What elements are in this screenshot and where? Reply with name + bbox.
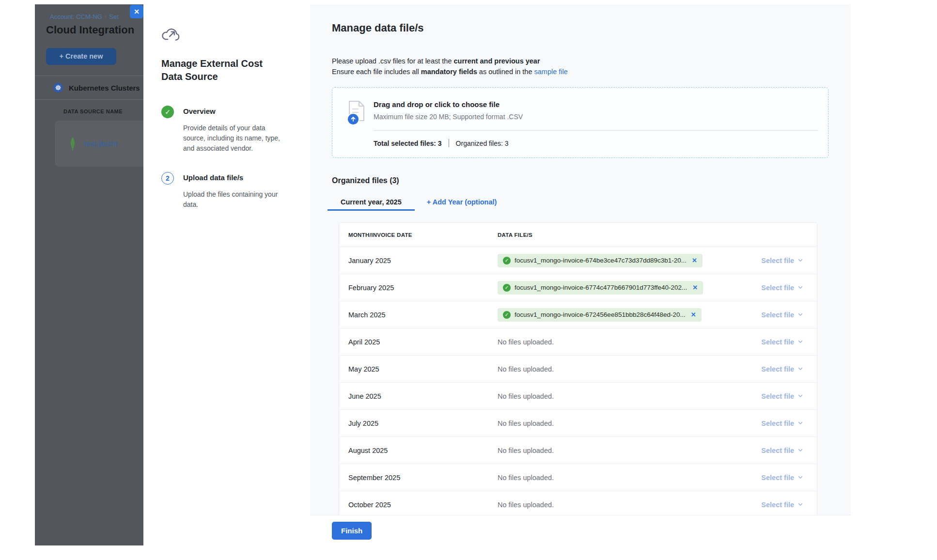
select-file-dropdown[interactable]: Select file (761, 392, 803, 400)
no-files-text: No files uploaded. (498, 420, 554, 427)
stepper-panel: Manage External Cost Data Source ✓ Overv… (143, 4, 310, 545)
stats-divider (449, 139, 449, 147)
uploaded-file-chip: ✓focusv1_mongo-invoice-674be3ce47c73d37d… (498, 254, 703, 267)
instruction-text: Please upload .csv files for at least th… (332, 57, 453, 65)
drawer-title: Manage External Cost Data Source (161, 57, 275, 83)
select-file-dropdown[interactable]: Select file (761, 501, 803, 509)
main-title: Manage data file/s (332, 21, 828, 35)
select-file-label: Select file (761, 338, 794, 346)
breadcrumb-next[interactable]: Set (109, 13, 119, 20)
month-cell: June 2025 (348, 392, 498, 400)
step-complete-check-icon: ✓ (161, 106, 174, 118)
file-cell: No files uploaded. (498, 473, 740, 482)
month-cell: July 2025 (348, 420, 498, 427)
instruction-line-2: Ensure each file includes all mandatory … (332, 66, 828, 77)
file-cell: ✓focusv1_mongo-invoice-674be3ce47c73d37d… (498, 254, 740, 267)
data-source-column-header: DATA SOURCE NAME (63, 109, 143, 114)
total-selected-files: Total selected files: 3 (374, 140, 442, 147)
step-overview-description: Provide details of your data source, inc… (183, 123, 289, 154)
breadcrumb[interactable]: Account: CCM-NG›Set (35, 4, 143, 20)
step-upload-data-files[interactable]: 2 Upload data file/s Upload the files co… (161, 172, 296, 210)
dropzone-stats: Total selected files: 3 Organized files:… (374, 139, 509, 147)
file-cell: No files uploaded. (498, 392, 740, 401)
no-files-text: No files uploaded. (498, 392, 554, 400)
app-window: Account: CCM-NG›Set Cloud Integration + … (35, 4, 851, 545)
uploaded-file-chip: ✓focusv1_mongo-invoice-6774c477b667901d7… (498, 281, 703, 295)
file-valid-check-icon: ✓ (503, 311, 511, 319)
select-file-label: Select file (761, 420, 794, 427)
drawer-footer: Finish (310, 515, 851, 545)
tab-current-year[interactable]: Current year, 2025 (328, 194, 415, 211)
remove-file-icon[interactable]: ✕ (691, 311, 696, 318)
select-file-label: Select file (761, 284, 794, 292)
table-row: March 2025✓focusv1_mongo-invoice-672456e… (339, 301, 817, 328)
select-file-dropdown[interactable]: Select file (761, 420, 803, 427)
table-row: October 2025No files uploaded.Select fil… (339, 491, 817, 515)
no-files-text: No files uploaded. (498, 447, 554, 454)
select-file-label: Select file (761, 447, 794, 454)
chevron-down-icon (797, 257, 803, 264)
chevron-down-icon (797, 501, 803, 509)
select-file-dropdown[interactable]: Select file (761, 257, 803, 264)
chevron-down-icon (797, 365, 803, 373)
year-tabs: Current year, 2025 + Add Year (optional) (328, 194, 828, 211)
breadcrumb-account[interactable]: Account: CCM-NG (50, 13, 102, 20)
close-drawer-button[interactable]: ✕ (130, 5, 143, 18)
select-file-dropdown[interactable]: Select file (761, 365, 803, 373)
sample-file-link[interactable]: sample file (534, 68, 568, 76)
select-file-dropdown[interactable]: Select file (761, 474, 803, 482)
main-scroll-area[interactable]: Manage data file/s Please upload .csv fi… (310, 4, 851, 515)
instruction-bold: current and previous year (453, 57, 540, 65)
instruction-bold: mandatory fields (421, 68, 477, 76)
file-valid-check-icon: ✓ (503, 257, 511, 264)
cloud-export-icon (161, 27, 181, 43)
upload-arrow-icon (347, 113, 359, 125)
instruction-line-1: Please upload .csv files for at least th… (332, 56, 828, 66)
finish-button[interactable]: Finish (332, 522, 372, 540)
chevron-down-icon (797, 311, 803, 319)
month-cell: March 2025 (348, 311, 498, 319)
month-cell: August 2025 (348, 447, 498, 454)
file-name: focusv1_mongo-invoice-674be3ce47c73d37dd… (515, 257, 687, 264)
step-overview[interactable]: ✓ Overview Provide details of your data … (161, 106, 296, 154)
remove-file-icon[interactable]: ✕ (692, 257, 697, 264)
page-title: Cloud Integration (35, 20, 143, 36)
remove-file-icon[interactable]: ✕ (692, 284, 698, 291)
steps-list: ✓ Overview Provide details of your data … (161, 106, 296, 210)
no-files-text: No files uploaded. (498, 474, 554, 482)
file-cell: No files uploaded. (498, 365, 740, 373)
background-page: Account: CCM-NG›Set Cloud Integration + … (35, 4, 143, 545)
select-file-dropdown[interactable]: Select file (761, 447, 803, 454)
screen: Account: CCM-NG›Set Cloud Integration + … (0, 0, 937, 560)
month-cell: October 2025 (348, 501, 498, 509)
chevron-down-icon (797, 338, 803, 346)
select-file-dropdown[interactable]: Select file (761, 311, 803, 319)
create-new-button[interactable]: + Create new (46, 48, 116, 65)
month-cell: April 2025 (348, 338, 498, 346)
file-cell: No files uploaded. (498, 338, 740, 346)
breadcrumb-separator-icon: › (105, 13, 107, 20)
close-icon: ✕ (134, 8, 140, 16)
organized-files-heading: Organized files (3) (332, 176, 828, 185)
step-2-number-badge: 2 (161, 172, 174, 185)
chevron-down-icon (797, 284, 803, 292)
table-header-row: MONTH/INVOICE DATE DATA FILE/S (339, 223, 817, 247)
file-dropzone[interactable]: Drag and drop or click to choose file Ma… (332, 87, 828, 158)
step-overview-label: Overview (183, 106, 296, 118)
table-body: January 2025✓focusv1_mongo-invoice-674be… (339, 247, 817, 515)
table-row: July 2025No files uploaded.Select file (339, 410, 817, 437)
select-file-label: Select file (761, 311, 794, 319)
month-cell: February 2025 (348, 284, 498, 292)
tab-kubernetes-clusters[interactable]: ☸ Kubernetes Clusters (35, 76, 143, 100)
data-source-name-link[interactable]: test-jbisht (84, 140, 117, 148)
instruction-text: as outlined in the (477, 68, 534, 76)
data-source-row[interactable]: test-jbisht (55, 121, 143, 167)
instruction-text: Ensure each file includes all (332, 68, 421, 76)
step-upload-description: Upload the files containing your data. (183, 189, 289, 210)
select-file-dropdown[interactable]: Select file (761, 338, 803, 346)
add-year-button[interactable]: + Add Year (optional) (427, 194, 497, 211)
select-file-label: Select file (761, 501, 794, 509)
month-cell: May 2025 (348, 365, 498, 373)
manage-data-source-drawer: Manage External Cost Data Source ✓ Overv… (143, 4, 851, 545)
select-file-dropdown[interactable]: Select file (761, 284, 803, 292)
